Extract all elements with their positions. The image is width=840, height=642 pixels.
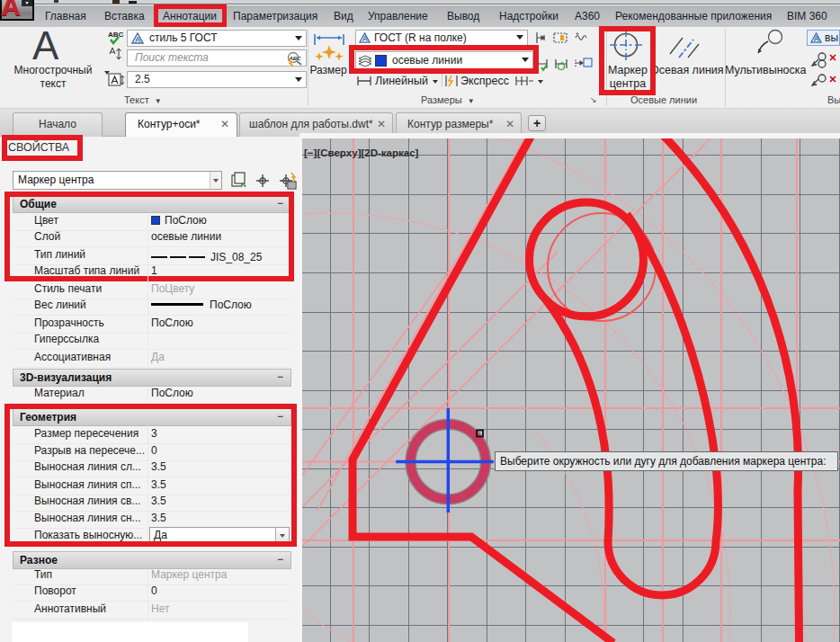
svg-text:A: A [362, 34, 368, 43]
svg-text:ABC: ABC [108, 31, 124, 39]
svg-text:[−][Сверху][2D-каркас]: [−][Сверху][2D-каркас] [304, 147, 419, 158]
svg-text:A: A [135, 35, 141, 44]
svg-text:ABC: ABC [289, 56, 302, 61]
svg-text:A: A [814, 34, 819, 43]
